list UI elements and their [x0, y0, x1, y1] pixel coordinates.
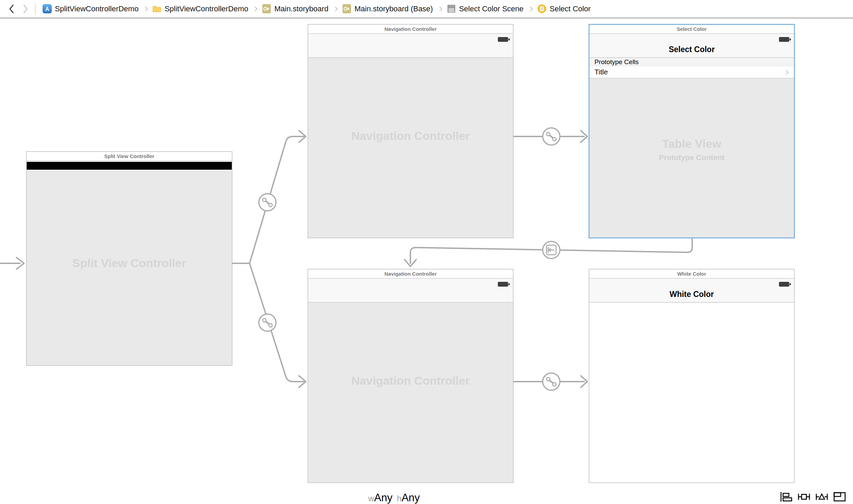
navigation-bar	[308, 279, 513, 303]
relationship-segue-badge[interactable]	[259, 194, 276, 211]
breadcrumb-separator-icon	[143, 6, 148, 11]
scene-title: White Color	[677, 271, 706, 277]
arrowhead-icon	[16, 257, 24, 269]
breadcrumb-label: Main.storyboard (Base)	[355, 4, 433, 13]
table-view-watermark-subtitle: Prototype Content	[659, 153, 725, 162]
breadcrumb-item-project[interactable]: A SplitViewControllerDemo	[43, 4, 139, 13]
segue-select-color-to-bottom-nav[interactable]	[410, 239, 692, 263]
width-class-value: Any	[374, 492, 392, 504]
breadcrumb-item-scene[interactable]: Select Color Scene	[447, 4, 524, 13]
breadcrumb-label: SplitViewControllerDemo	[165, 4, 248, 13]
table-view-watermark-title: Table View	[659, 137, 725, 151]
navigation-bar	[308, 34, 513, 58]
scene-select-color[interactable]: Select Color Select Color Prototype Cell…	[589, 24, 795, 238]
battery-icon	[498, 282, 508, 287]
arrowhead-icon	[299, 376, 306, 387]
scene-title-bar[interactable]: Split View Controller	[27, 152, 232, 161]
nav-controller-canvas[interactable]: Navigation Controller	[308, 279, 513, 482]
scene-title-bar[interactable]: White Color	[589, 269, 794, 279]
arrowhead-icon	[405, 260, 416, 266]
prototype-cell-title[interactable]: Title	[589, 66, 794, 79]
relationship-segue-badge[interactable]	[543, 373, 560, 390]
breadcrumb-label: Main.storyboard	[274, 4, 328, 13]
xcode-project-icon: A	[43, 4, 52, 13]
cell-label: Title	[594, 68, 608, 76]
breadcrumb-label: Select Color Scene	[459, 4, 524, 13]
scene-navigation-controller-bottom[interactable]: Navigation Controller Navigation Control…	[308, 269, 514, 483]
scene-title-bar[interactable]: Navigation Controller	[308, 269, 513, 279]
nav-controller-watermark: Navigation Controller	[351, 129, 470, 143]
svg-text:A: A	[45, 6, 49, 12]
view-controller-icon	[537, 4, 546, 13]
back-button[interactable]	[5, 2, 19, 16]
jump-bar-divider	[35, 3, 36, 14]
resizing-behavior-icon	[833, 491, 846, 503]
storyboard-file-icon	[262, 4, 271, 13]
height-class-value: Any	[401, 492, 420, 504]
breadcrumb-item-group[interactable]: SplitViewControllerDemo	[152, 4, 248, 13]
nav-controller-watermark: Navigation Controller	[351, 374, 470, 387]
scene-navigation-controller-top[interactable]: Navigation Controller Navigation Control…	[308, 24, 514, 238]
table-view-watermark: Table View Prototype Content	[659, 137, 725, 162]
breadcrumb-item-view-controller[interactable]: Select Color	[537, 4, 591, 13]
split-view-black-bar	[27, 162, 232, 170]
history-nav	[5, 2, 32, 16]
segue-split-to-bottom-nav[interactable]	[232, 263, 304, 382]
scene-title-bar[interactable]: Navigation Controller	[308, 25, 513, 34]
scene-white-color[interactable]: White Color White Color	[589, 269, 795, 483]
folder-icon	[152, 4, 161, 13]
scene-icon	[447, 4, 456, 13]
align-icon	[780, 491, 793, 503]
height-class-key: h	[397, 494, 401, 503]
align-button[interactable]	[779, 490, 793, 503]
breadcrumb-item-storyboard[interactable]: Main.storyboard	[262, 4, 328, 13]
breadcrumb-separator-icon	[333, 6, 338, 11]
white-color-canvas[interactable]: White Color	[589, 279, 794, 482]
replace-segue-badge[interactable]	[543, 241, 560, 259]
scene-title-bar[interactable]: Select Color	[589, 25, 794, 34]
disclosure-chevron-icon	[784, 70, 789, 75]
navigation-bar: White Color	[589, 279, 794, 303]
relationship-segue-badge[interactable]	[543, 128, 560, 145]
pin-button[interactable]	[797, 490, 811, 503]
width-class-key: w	[368, 494, 374, 503]
auto-layout-toolbar	[776, 490, 847, 503]
arrowhead-icon	[581, 131, 587, 142]
breadcrumb: A SplitViewControllerDemo SplitViewContr…	[43, 4, 591, 13]
breadcrumb-separator-icon	[528, 6, 533, 11]
resolve-auto-layout-issues-button[interactable]	[815, 490, 829, 503]
split-view-watermark: Split View Controller	[72, 256, 186, 270]
resolve-auto-layout-icon	[815, 491, 828, 503]
resizing-behavior-button[interactable]	[832, 490, 847, 503]
battery-icon	[779, 37, 789, 42]
chevron-right-icon	[22, 4, 29, 14]
breadcrumb-label: SplitViewControllerDemo	[55, 4, 139, 13]
size-class-control[interactable]: w Any h Any	[368, 492, 420, 504]
prototype-cells-section-header: Prototype Cells	[589, 58, 794, 66]
forward-button[interactable]	[19, 2, 32, 16]
scene-title: Navigation Controller	[384, 271, 437, 277]
breadcrumb-label: Select Color	[550, 4, 591, 13]
pin-constraints-icon	[797, 491, 810, 503]
battery-icon	[498, 37, 508, 42]
nav-bar-title: White Color	[589, 290, 794, 299]
chevron-left-icon	[8, 4, 15, 14]
nav-controller-canvas[interactable]: Navigation Controller	[308, 34, 513, 238]
arrowhead-icon	[299, 131, 306, 142]
segue-split-to-top-nav[interactable]	[232, 136, 304, 263]
arrowhead-icon	[581, 376, 587, 387]
split-view-canvas[interactable]: Split View Controller	[27, 161, 232, 365]
scene-title: Split View Controller	[104, 153, 154, 159]
navigation-bar: Select Color	[589, 34, 794, 58]
jump-bar: A SplitViewControllerDemo SplitViewContr…	[0, 0, 853, 19]
scene-split-view-controller[interactable]: Split View Controller Split View Control…	[26, 151, 232, 366]
table-view-canvas[interactable]: Select Color Prototype Cells Title Table…	[589, 34, 794, 238]
relationship-segue-badge[interactable]	[259, 314, 276, 331]
battery-icon	[779, 282, 789, 287]
scene-title: Navigation Controller	[384, 26, 437, 32]
breadcrumb-separator-icon	[437, 6, 442, 11]
nav-bar-title: Select Color	[589, 45, 794, 54]
breadcrumb-separator-icon	[253, 6, 257, 11]
breadcrumb-item-storyboard-base[interactable]: Main.storyboard (Base)	[342, 4, 433, 13]
scene-title: Select Color	[677, 26, 707, 32]
